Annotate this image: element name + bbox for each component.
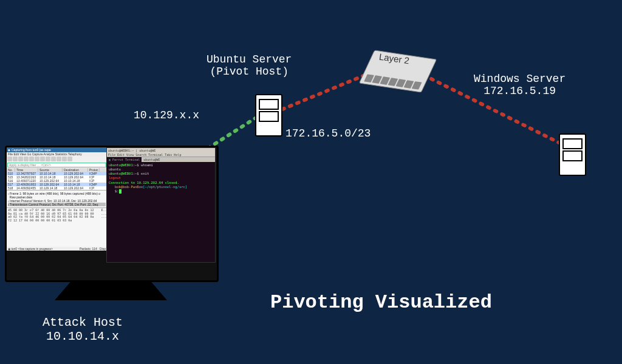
ubuntu-label: Ubuntu Server (Pivot Host) [207,53,292,78]
ubuntu-server-icon [255,94,282,136]
wireshark-window: ◆ Capturing from tun0 (as supe File Edit… [7,147,107,251]
wireshark-toolbar [7,156,107,162]
wireshark-hex: 45 00 00 3c e7 6f 40 00 40 06 7c 2e 0a 0… [7,207,107,223]
terminal-tabs: ▣ Parrot Terminal ubuntu@WE [107,157,215,162]
terminal-body: ubuntu@WEB01:~$ whoami ubuntu ubuntu@WEB… [107,162,215,195]
wireshark-detail: › Frame 1: 98 bytes on wire (488 bits), … [7,190,107,207]
terminal-window: ubuntu@WEB01:~ | ubuntu@WE File Edit Vie… [106,147,216,263]
monitor-stand [55,279,167,300]
wireshark-status: ◉ tun0 <live capture in progress>Packets… [7,247,107,251]
diagram-title: Pivoting Visualized [270,291,492,314]
windows-server-icon [559,133,586,176]
wireshark-filter: Apply a display filter … <Ctrl-/> [7,163,106,167]
svg-line-1 [282,73,371,109]
packet-row: 51814.40939245510.129.14.1810.129.202.64… [7,186,107,190]
wireshark-titlebar: ◆ Capturing from tun0 (as supe [7,147,107,152]
subnet-label: 172.16.5.0/23 [285,127,371,140]
terminal-menu: File Edit View Search Terminal Tabs Help [107,153,215,157]
windows-label: Windows Server 172.16.5.19 [474,73,566,97]
attack-host-label: Attack Host 10.10.14.x [43,315,123,343]
terminal-titlebar: ubuntu@WEB01:~ | ubuntu@WE [107,148,215,153]
ubuntu-ip: 10.129.x.x [134,109,199,121]
